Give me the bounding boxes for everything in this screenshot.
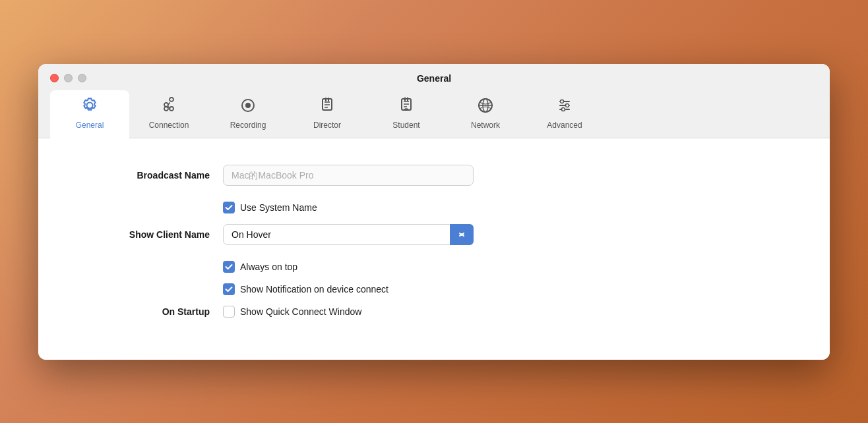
tab-connection[interactable]: Connection — [129, 90, 208, 138]
svg-point-12 — [562, 107, 565, 111]
tab-recording[interactable]: Recording — [208, 90, 288, 138]
tab-network-label: Network — [471, 121, 500, 130]
network-icon — [477, 97, 494, 117]
tab-general-label: General — [76, 121, 104, 130]
svg-point-10 — [561, 99, 564, 103]
broadcast-name-row: Broadcast Name — [78, 165, 790, 186]
tab-director-label: Director — [313, 121, 341, 130]
window-title: General — [417, 73, 451, 84]
tab-student[interactable]: Student — [367, 90, 446, 138]
tab-network[interactable]: Network — [446, 90, 525, 138]
show-client-name-row: Show Client Name Always On Hover Never — [78, 224, 790, 245]
tab-advanced-label: Advanced — [547, 121, 582, 130]
show-client-name-wrapper: Always On Hover Never — [223, 224, 474, 245]
always-on-top-row: Always on top — [223, 261, 790, 273]
on-startup-inner: Show Quick Connect Window — [223, 306, 361, 318]
director-icon — [319, 97, 336, 117]
use-system-name-row: Use System Name — [223, 202, 790, 213]
show-notification-label: Show Notification on device connect — [240, 284, 388, 295]
use-system-name-checkbox[interactable] — [223, 202, 235, 213]
connection-icon — [160, 97, 177, 117]
content-area: Broadcast Name Use System Name Show Clie… — [38, 138, 830, 360]
tab-director[interactable]: Director — [288, 90, 367, 138]
use-system-name-label: Use System Name — [240, 202, 317, 213]
title-bar-top: General — [50, 73, 818, 84]
broadcast-name-input[interactable] — [223, 165, 474, 186]
minimize-button[interactable] — [64, 74, 73, 82]
on-startup-row: On Startup Show Quick Connect Window — [78, 306, 790, 318]
show-quick-connect-label: Show Quick Connect Window — [240, 306, 361, 317]
title-bar: General General — [38, 64, 830, 138]
tab-bar: General Connection — [50, 90, 818, 138]
show-client-name-select[interactable]: Always On Hover Never — [223, 224, 474, 245]
show-notification-checkbox[interactable] — [223, 283, 235, 295]
advanced-icon — [556, 97, 573, 117]
tab-advanced[interactable]: Advanced — [525, 90, 604, 138]
broadcast-name-label: Broadcast Name — [78, 170, 210, 181]
always-on-top-checkbox[interactable] — [223, 261, 235, 273]
svg-point-1 — [245, 103, 251, 108]
tab-recording-label: Recording — [230, 121, 266, 130]
recording-icon — [239, 97, 257, 117]
close-button[interactable] — [50, 74, 59, 82]
student-icon — [398, 97, 415, 117]
maximize-button[interactable] — [78, 74, 86, 82]
show-client-name-label: Show Client Name — [78, 229, 210, 240]
always-on-top-label: Always on top — [240, 262, 297, 272]
tab-connection-label: Connection — [149, 121, 189, 130]
svg-point-11 — [566, 103, 569, 107]
traffic-lights — [50, 74, 86, 82]
show-quick-connect-checkbox[interactable] — [223, 306, 235, 318]
main-window: General General — [38, 64, 830, 360]
show-notification-row: Show Notification on device connect — [223, 283, 790, 295]
gear-icon — [81, 97, 98, 117]
on-startup-label: On Startup — [78, 306, 210, 317]
tab-student-label: Student — [392, 121, 419, 130]
tab-general[interactable]: General — [50, 90, 129, 138]
